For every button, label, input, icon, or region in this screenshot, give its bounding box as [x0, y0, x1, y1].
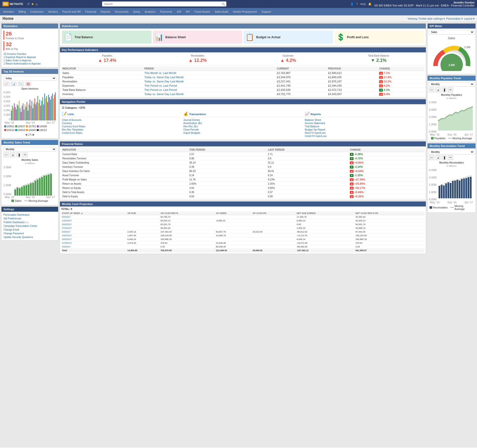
top25-filter[interactable]: today this week this month: [3, 76, 56, 81]
nav-link-import-budgets[interactable]: Import Budgets: [183, 131, 302, 135]
cash-week-3[interactable]: 27/2/2017: [61, 226, 127, 230]
receivables-line-btn[interactable]: 〰: [429, 155, 434, 160]
home-icon[interactable]: ⌂: [36, 2, 38, 6]
settings-panel: Settings Personalize Dashboard Set Prefe…: [1, 207, 58, 241]
nav-item-vendors[interactable]: Vendors: [46, 9, 60, 14]
nav-link-rizd-fx[interactable]: Rizd FX Gain/Loss: [305, 131, 424, 135]
nav-item-billing[interactable]: Billing: [16, 9, 28, 14]
reminder-link-3[interactable]: 1 Return Authorisation to Approve: [3, 62, 56, 65]
nav-item-ar[interactable]: A/R: [175, 9, 183, 14]
kpi-period-1[interactable]: Today vs. Same Day Last Month: [143, 75, 276, 79]
nav-item-customers[interactable]: Customers: [28, 9, 45, 14]
settings-publish[interactable]: Publish Dashboard List: [1, 220, 58, 224]
nav-link-currency[interactable]: Currency: [62, 122, 181, 125]
search-button[interactable]: 🔍: [222, 2, 225, 6]
monthly-payables-select[interactable]: Monthly Weekly: [429, 82, 474, 87]
nav-item-reports[interactable]: Reports: [99, 9, 112, 14]
nav-link-amort[interactable]: Amortization JEs: [183, 122, 302, 125]
cash-week-5[interactable]: 13/3/2017: [61, 234, 127, 238]
nav-link-balance-sheet[interactable]: Balance Sheet: [305, 118, 424, 122]
sales-area-btn[interactable]: ⊿: [10, 152, 15, 157]
reminder-link-0[interactable]: 23 Invoices Overdue: [3, 52, 56, 56]
fr-row-de: Debt to Equity 0.64 0.58 ▲ +9.32%: [61, 194, 425, 199]
cash-week-0[interactable]: 6/2/2017: [61, 215, 127, 219]
nav-link-chart-accounts[interactable]: Chart of Accounts: [62, 118, 181, 122]
monthly-sales-select[interactable]: Monthly Weekly Quarterly: [3, 147, 56, 152]
chart-bar-btn[interactable]: 📉: [18, 82, 24, 86]
nav-item-sales-audit[interactable]: Sales Audit: [213, 9, 230, 14]
nav-link-journal[interactable]: Journal Entries: [183, 118, 302, 122]
help-icon[interactable]: ?: [356, 2, 358, 5]
chart-pie-btn[interactable]: ⭕: [25, 82, 31, 86]
receivables-wave-btn[interactable]: 〜: [448, 155, 453, 160]
cash-week-1[interactable]: 13/2/2017: [61, 219, 127, 223]
sales-bar-btn[interactable]: ▐: [16, 152, 21, 157]
cash-week-8[interactable]: 3/4/2017: [61, 245, 127, 249]
kpi-period-4[interactable]: This Period vs. Last Period: [143, 88, 276, 92]
kpi-period-3[interactable]: This Period vs. Last Period: [143, 84, 276, 88]
nav-link-income-stmt[interactable]: Income Statement: [305, 122, 424, 125]
suite-budget-vs-actual[interactable]: 📋 Budget vs Actual: [243, 31, 333, 44]
chart-line-btn[interactable]: 📈: [3, 82, 9, 86]
nav-link-close-periods[interactable]: Close Periods: [183, 128, 302, 131]
nav-item-activities[interactable]: Activities: [1, 9, 16, 14]
settings-preferences[interactable]: Set Preferences: [1, 217, 58, 220]
kpi-period-0[interactable]: This Month vs. Last Month: [143, 71, 276, 75]
nav-item-fixed-assets[interactable]: Fixed Assets: [193, 9, 212, 14]
suite-profit-loss[interactable]: 💲 Profit and Loss: [334, 31, 424, 44]
kpi-period-5[interactable]: Today vs. Same Day Last Month: [143, 92, 276, 96]
reminder-link-2[interactable]: 1 Sales Order to Approve: [3, 59, 56, 62]
nav-item-support[interactable]: Support: [259, 9, 273, 14]
viewing-link[interactable]: Viewing: Portlet date settings ▾: [408, 17, 445, 20]
nav-item-payroll[interactable]: Payroll and HR: [60, 9, 83, 14]
nav-link-budget-var[interactable]: Budget Var Report: [305, 128, 424, 131]
back-icon[interactable]: ↺: [27, 2, 30, 6]
cash-week-7[interactable]: 27/3/2017: [61, 241, 127, 245]
payables-line-btn[interactable]: 〰: [429, 87, 434, 92]
suite-balance-sheet[interactable]: 📊 Balance Sheet: [153, 31, 242, 44]
receivables-bar-btn[interactable]: ▐: [442, 155, 446, 160]
monthly-receivables-select[interactable]: Monthly Weekly: [429, 150, 474, 154]
nav-item-documents[interactable]: Documents: [113, 9, 131, 14]
payables-wave-btn[interactable]: 〜: [448, 87, 453, 92]
nav-link-exch-rates[interactable]: Currency Exch Rates: [62, 125, 181, 128]
kpi-meter-select[interactable]: Sales Payables Receivables: [429, 30, 474, 34]
settings-password[interactable]: Change Password: [1, 232, 58, 235]
nav-item-financial[interactable]: Financial: [83, 9, 98, 14]
nav-link-rev-rec[interactable]: Rev Rec Templates: [62, 128, 181, 131]
settings-campaign[interactable]: Campaign Subscription Center: [1, 224, 58, 228]
star-icon[interactable]: ★: [31, 2, 34, 6]
cash-week-2[interactable]: 20/2/2017: [61, 223, 127, 226]
nav-link-rev-rec-je[interactable]: Rev Rec JEs: [183, 125, 302, 128]
help-label[interactable]: Help: [360, 2, 366, 5]
settings-email[interactable]: Change Email: [1, 228, 58, 232]
settings-personalize[interactable]: Personalize Dashboard: [1, 213, 58, 217]
receivables-area-btn[interactable]: ⊿: [436, 155, 440, 160]
bell-icon[interactable]: 🔔: [368, 2, 372, 6]
kpi-indicator-3: Expenses: [61, 84, 143, 88]
cash-week-4[interactable]: 6/3/2017: [61, 230, 127, 234]
layout-link[interactable]: Layout ▾: [464, 17, 475, 20]
chart-area-btn[interactable]: 📊: [11, 82, 17, 86]
sales-line-btn[interactable]: 〰: [3, 152, 9, 157]
reminder-link-1[interactable]: 1 Expense Report to Approve: [3, 56, 56, 59]
cash-ar-cash-1: 92,629.13: [160, 219, 215, 223]
nav-item-payments[interactable]: Payments: [158, 9, 174, 14]
nav-link-unrtd-fx[interactable]: Unrtd FX Gain/Loss: [305, 135, 424, 138]
payables-area-btn[interactable]: ⊿: [436, 87, 440, 92]
nav-item-ap[interactable]: A/P: [184, 9, 192, 14]
search-input[interactable]: [102, 1, 226, 6]
personalize-link[interactable]: Personalize ▾: [446, 17, 463, 20]
suite-trial-balance[interactable]: 📄 Trial Balance: [62, 31, 152, 44]
nav-item-vendor-prepay[interactable]: Vendor Prepayment: [231, 9, 259, 14]
nav-link-trial-balance[interactable]: Trial Balance: [305, 125, 424, 128]
sales-wave-btn[interactable]: 〜: [22, 152, 28, 157]
nav-item-analytics[interactable]: Analytics: [143, 9, 158, 14]
kpi-expenses-value: ▲ 4.2%: [244, 58, 333, 63]
kpi-period-2[interactable]: Today vs. Same Day Last Month: [143, 79, 276, 84]
nav-link-cnsltd[interactable]: Cnsltd Exch Rates: [62, 131, 181, 135]
cash-week-6[interactable]: 20/3/2017: [61, 238, 127, 241]
settings-security[interactable]: Update Security Questions: [1, 235, 58, 239]
nav-item-setup[interactable]: Setup: [131, 9, 142, 14]
payables-bar-btn[interactable]: ▐: [442, 87, 446, 92]
